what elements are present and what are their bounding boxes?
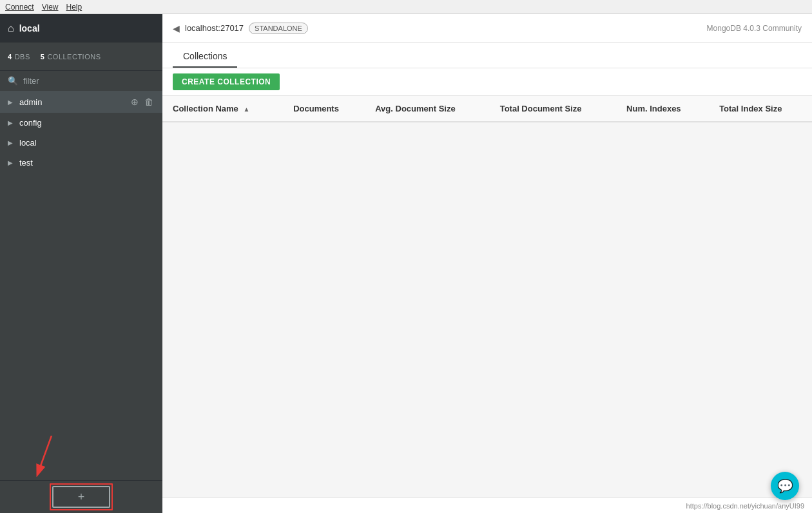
add-button-wrapper: + [52,486,110,508]
chevron-icon-config: ▶ [8,119,14,126]
sidebar-stats: 4 DBS 5 COLLECTIONS [0,43,162,71]
table-header: Collection Name ▲ Documents Avg. Documen… [162,96,812,122]
table-header-row: Collection Name ▲ Documents Avg. Documen… [162,96,812,122]
col-total-index-size-label: Total Index Size [719,104,782,113]
sidebar-bottom: + [0,480,162,513]
status-url: https://blog.csdn.net/yichuan/anyUI99 [686,502,804,510]
collections-table: Collection Name ▲ Documents Avg. Documen… [162,96,812,122]
main-content: ◀ localhost:27017 STANDALONE MongoDB 4.0… [162,14,812,513]
db-item-test[interactable]: ▶ test [0,153,162,173]
chevron-icon-local: ▶ [8,139,14,146]
topbar: ◀ localhost:27017 STANDALONE MongoDB 4.0… [162,14,812,43]
menu-connect[interactable]: Connect [5,3,34,12]
col-num-indexes-label: Num. Indexes [626,104,681,113]
tab-collections[interactable]: Collections [173,46,237,68]
chat-widget[interactable]: 💬 [771,472,799,500]
menu-help[interactable]: Help [66,3,82,12]
collections-label: COLLECTIONS [47,53,101,61]
sort-asc-icon: ▲ [243,106,249,113]
collections-count: 5 [41,53,45,61]
dbs-count: 4 [8,53,12,61]
db-name-test: test [19,158,155,168]
db-name-admin: admin [19,97,129,107]
chevron-icon-admin: ▶ [8,99,14,106]
db-name-local: local [19,138,155,148]
connection-host: localhost:27017 [185,23,244,33]
menubar: Connect View Help [0,0,812,14]
db-item-config[interactable]: ▶ config [0,113,162,133]
dbs-label: DBS [15,53,30,61]
collections-table-container: Collection Name ▲ Documents Avg. Documen… [162,96,812,498]
dbs-stat: 4 DBS [8,53,30,61]
col-num-indexes[interactable]: Num. Indexes [616,96,709,122]
left-arrow-icon: ◀ [173,23,180,34]
col-total-doc-size[interactable]: Total Document Size [490,96,616,122]
connection-type-badge: STANDALONE [249,23,308,34]
col-collection-name-label: Collection Name [173,104,238,113]
sidebar-title: local [19,23,40,34]
mongodb-version: MongoDB 4.0.3 Community [707,24,802,33]
search-icon: 🔍 [8,76,18,86]
sidebar: ⌂ local 4 DBS 5 COLLECTIONS 🔍 filter ▶ a… [0,14,162,513]
chat-icon: 💬 [777,478,793,494]
col-avg-doc-size[interactable]: Avg. Document Size [365,96,489,122]
db-name-config: config [19,118,155,128]
db-item-local[interactable]: ▶ local [0,133,162,153]
toolbar: CREATE COLLECTION [162,68,812,96]
chevron-icon-test: ▶ [8,159,14,166]
col-total-doc-size-label: Total Document Size [500,104,582,113]
app-layout: ⌂ local 4 DBS 5 COLLECTIONS 🔍 filter ▶ a… [0,14,812,513]
statusbar: https://blog.csdn.net/yichuan/anyUI99 [162,498,812,513]
connection-info: ◀ localhost:27017 STANDALONE [173,23,308,34]
tab-bar: Collections [162,43,812,68]
create-collection-button[interactable]: CREATE COLLECTION [173,73,280,90]
menu-view[interactable]: View [42,3,59,12]
col-documents[interactable]: Documents [283,96,365,122]
filter-label: filter [23,76,39,86]
delete-db-icon[interactable]: 🗑 [143,96,155,108]
db-item-admin[interactable]: ▶ admin ⊕ 🗑 [0,91,162,113]
add-database-button[interactable]: + [52,486,110,508]
col-documents-label: Documents [293,104,339,113]
col-avg-doc-size-label: Avg. Document Size [375,104,455,113]
col-collection-name[interactable]: Collection Name ▲ [162,96,283,122]
sidebar-filter: 🔍 filter [0,71,162,91]
db-list: ▶ admin ⊕ 🗑 ▶ config ▶ local ▶ test [0,91,162,480]
db-actions-admin: ⊕ 🗑 [129,96,155,108]
add-collection-icon[interactable]: ⊕ [129,96,140,108]
col-total-index-size[interactable]: Total Index Size [709,96,812,122]
sidebar-header: ⌂ local [0,14,162,43]
collections-stat: 5 COLLECTIONS [41,53,101,61]
home-icon: ⌂ [8,23,14,34]
